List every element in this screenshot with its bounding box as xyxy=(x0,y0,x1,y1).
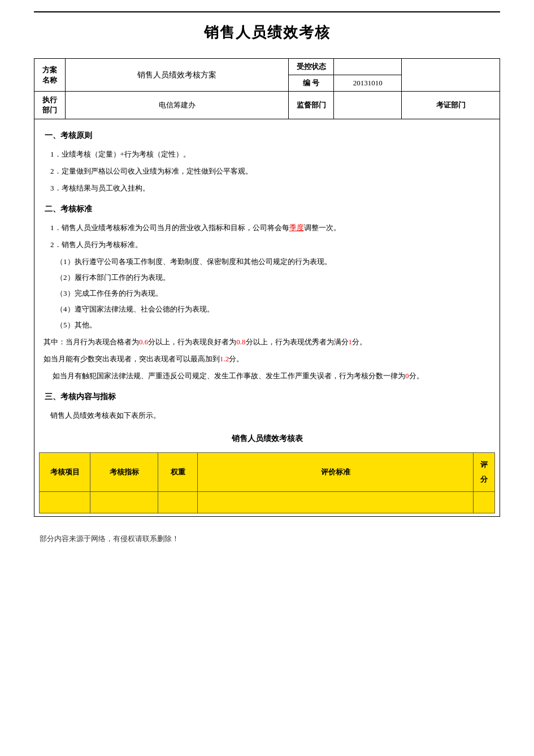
dept-row: 执行部门 电信筹建办 监督部门 考证部门 xyxy=(34,92,500,119)
section2-note2: 如当月能有少数突出表现者，突出表现者可以最高加到1.2分。 xyxy=(44,352,495,366)
section2-sub4: （4）遵守国家法律法规、社会公德的行为表现。 xyxy=(56,302,495,317)
code-value: 20131010 xyxy=(334,75,402,92)
col-header-project: 考核项目 xyxy=(40,453,90,492)
supervisor-dept-value xyxy=(334,92,402,119)
supervisor-dept-label: 监督部门 xyxy=(289,92,334,119)
perf-table-empty-row xyxy=(40,492,495,513)
status-value xyxy=(334,59,402,75)
empty-cell-1 xyxy=(40,492,90,513)
content-cell: 一、考核原则 1．业绩考核（定量）+行为考核（定性）。 2．定量做到严格以公司收… xyxy=(34,119,500,517)
code-label: 编 号 xyxy=(289,75,334,92)
section2-note3: 如当月有触犯国家法律法规、严重违反公司规定、发生工作事故、发生工作严重失误者，行… xyxy=(53,369,495,383)
section2-sub1: （1）执行遵守公司各项工作制度、考勤制度、保密制度和其他公司规定的行为表现。 xyxy=(56,254,495,269)
plan-label-top: 方案 xyxy=(39,65,60,75)
col-header-score: 评分 xyxy=(474,453,495,492)
season-highlight: 季度 xyxy=(289,223,304,232)
page-title: 销售人员绩效考核 xyxy=(34,23,500,42)
content-row: 一、考核原则 1．业绩考核（定量）+行为考核（定性）。 2．定量做到严格以公司收… xyxy=(34,119,500,517)
plan-name-cell: 销售人员绩效考核方案 xyxy=(66,59,289,92)
section3-intro: 销售人员绩效考核表如下表所示。 xyxy=(50,408,495,423)
empty-cell-3 xyxy=(158,492,198,513)
section2-sub5: （5）其他。 xyxy=(56,318,495,332)
section1-item3: 3．考核结果与员工收入挂构。 xyxy=(50,181,495,196)
col-header-index: 考核指标 xyxy=(90,453,158,492)
section2-sub2: （2）履行本部门工作的行为表现。 xyxy=(56,270,495,285)
section2-sub3: （3）完成工作任务的行为表现。 xyxy=(56,286,495,301)
status-label: 受控状态 xyxy=(289,59,334,75)
inner-table-title: 销售人员绩效考核表 xyxy=(39,431,495,447)
top-decorative-line xyxy=(34,11,500,12)
empty-cell-5 xyxy=(474,492,495,513)
section3-title: 三、考核内容与指标 xyxy=(45,389,495,405)
section1-title: 一、考核原则 xyxy=(45,128,495,144)
exec-dept-value: 电信筹建办 xyxy=(66,92,289,119)
exec-dept-label: 执行部门 xyxy=(34,92,66,119)
plan-label-cell: 方案 名称 xyxy=(34,59,66,92)
plan-label-bottom: 名称 xyxy=(39,75,60,85)
section2-note1: 其中：当月行为表现合格者为0.6分以上，行为表现良好者为0.8分以上，行为表现优… xyxy=(44,335,495,349)
perf-table: 考核项目 考核指标 权重 评价标准 评分 xyxy=(39,452,495,513)
col-header-weight: 权重 xyxy=(158,453,198,492)
page-container: 销售人员绩效考核 方案 名称 销售人员绩效考核方案 受控状态 编 号 20131… xyxy=(0,0,534,756)
section2-item2: 2．销售人员行为考核标准。 xyxy=(50,237,495,252)
col-header-standard: 评价标准 xyxy=(198,453,474,492)
header-row-1: 方案 名称 销售人员绩效考核方案 受控状态 xyxy=(34,59,500,75)
perf-table-header-row: 考核项目 考核指标 权重 评价标准 评分 xyxy=(40,453,495,492)
section1-item1: 1．业绩考核（定量）+行为考核（定性）。 xyxy=(50,147,495,162)
section2-title: 二、考核标准 xyxy=(45,201,495,217)
empty-cell-2 xyxy=(90,492,158,513)
exam-dept-label: 考证部门 xyxy=(402,92,500,119)
main-outer-table: 方案 名称 销售人员绩效考核方案 受控状态 编 号 20131010 执行部门 … xyxy=(34,58,500,517)
section1-item2: 2．定量做到严格以公司收入业绩为标准，定性做到公平客观。 xyxy=(50,164,495,179)
section2-item1: 1．销售人员业绩考核标准为公司当月的营业收入指标和目标，公司将会每季度调整一次。 xyxy=(50,221,495,235)
empty-cell-4 xyxy=(198,492,474,513)
footer-text: 部分内容来源于网络，有侵权请联系删除！ xyxy=(34,534,500,544)
